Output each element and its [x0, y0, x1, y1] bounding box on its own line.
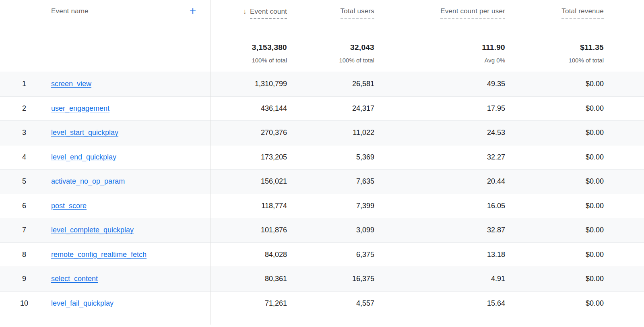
row-index: 1: [0, 80, 48, 88]
total-value: $11.35: [505, 43, 604, 52]
total-revenue-cell: $0.00: [505, 202, 604, 210]
column-header-label: Event count: [250, 8, 287, 19]
event-count-cell: 1,310,799: [211, 80, 287, 88]
total-users-cell: 32,043 100% of total: [287, 43, 374, 64]
events-report-table: Event name + ↓Event count Total users Ev…: [0, 0, 644, 327]
total-revenue-cell: $0.00: [505, 250, 604, 259]
total-users-cell: 16,375: [287, 275, 374, 283]
row-index: 5: [0, 177, 48, 186]
total-revenue-cell: $11.35 100% of total: [505, 43, 604, 64]
total-users-cell: 5,369: [287, 153, 374, 161]
total-users-cell: 6,375: [287, 250, 374, 259]
column-header-event-count[interactable]: ↓Event count: [211, 7, 287, 19]
column-divider: [211, 0, 211, 325]
total-revenue-cell: $0.00: [505, 299, 604, 308]
total-subtext: 100% of total: [287, 57, 374, 64]
table-row: 7 level_complete_quickplay 101,876 3,099…: [0, 218, 644, 243]
event-name-link[interactable]: screen_view: [51, 80, 91, 88]
row-index: 3: [0, 128, 48, 137]
event-count-cell: 71,261: [211, 299, 287, 308]
total-users-cell: 24,317: [287, 104, 374, 113]
dimension-header-label[interactable]: Event name: [51, 7, 89, 15]
event-count-cell: 118,774: [211, 202, 287, 210]
table-header-section: Event name + ↓Event count Total users Ev…: [0, 0, 644, 72]
event-count-cell: 436,144: [211, 104, 287, 113]
table-row: 5 activate_no_op_param 156,021 7,635 20.…: [0, 170, 644, 194]
dimension-header-cell: Event name +: [48, 7, 211, 19]
event-count-cell: 84,028: [211, 250, 287, 259]
event-name-link[interactable]: user_engagement: [51, 104, 109, 112]
column-header-row: Event name + ↓Event count Total users Ev…: [0, 0, 644, 19]
event-count-per-user-cell: 4.91: [374, 275, 505, 283]
row-index: 10: [0, 299, 48, 308]
event-count-per-user-cell: 13.18: [374, 250, 505, 259]
total-revenue-cell: $0.00: [505, 153, 604, 161]
totals-row: 3,153,380 100% of total 32,043 100% of t…: [0, 43, 644, 64]
table-row: 3 level_start_quickplay 270,376 11,022 2…: [0, 121, 644, 145]
total-users-cell: 7,399: [287, 202, 374, 210]
total-revenue-cell: $0.00: [505, 275, 604, 283]
add-dimension-icon[interactable]: +: [190, 7, 196, 14]
column-header-total-revenue[interactable]: Total revenue: [505, 7, 604, 19]
total-event-count-cell: 3,153,380 100% of total: [211, 43, 287, 64]
event-name-link[interactable]: level_fail_quickplay: [51, 299, 114, 307]
event-count-per-user-cell: 32.87: [374, 226, 505, 234]
event-name-link[interactable]: remote_config_realtime_fetch: [51, 250, 147, 259]
total-users-cell: 11,022: [287, 128, 374, 137]
column-header-event-count-per-user[interactable]: Event count per user: [374, 7, 505, 19]
row-index: 2: [0, 104, 48, 113]
event-count-per-user-cell: 32.27: [374, 153, 505, 161]
column-header-total-users[interactable]: Total users: [287, 7, 374, 19]
total-revenue-cell: $0.00: [505, 226, 604, 234]
row-index: 8: [0, 250, 48, 259]
total-value: 3,153,380: [211, 43, 287, 52]
event-count-per-user-cell: 17.95: [374, 104, 505, 113]
event-count-cell: 270,376: [211, 128, 287, 137]
event-name-link[interactable]: activate_no_op_param: [51, 177, 125, 185]
total-subtext: 100% of total: [211, 57, 287, 64]
row-index: 7: [0, 226, 48, 234]
event-count-per-user-cell: 20.44: [374, 177, 505, 186]
table-row: 2 user_engagement 436,144 24,317 17.95 $…: [0, 97, 644, 121]
total-users-cell: 26,581: [287, 80, 374, 88]
table-body: 1 screen_view 1,310,799 26,581 49.35 $0.…: [0, 72, 644, 316]
column-header-label: Total users: [341, 7, 374, 19]
column-header-label: Event count per user: [440, 7, 505, 19]
total-revenue-cell: $0.00: [505, 128, 604, 137]
event-count-per-user-cell: 24.53: [374, 128, 505, 137]
table-row: 9 select_content 80,361 16,375 4.91 $0.0…: [0, 267, 644, 292]
event-count-per-user-cell: 16.05: [374, 202, 505, 210]
event-name-link[interactable]: select_content: [51, 275, 98, 283]
table-row: 1 screen_view 1,310,799 26,581 49.35 $0.…: [0, 72, 644, 97]
total-subtext: Avg 0%: [374, 57, 505, 64]
total-revenue-cell: $0.00: [505, 104, 604, 113]
table-row: 4 level_end_quickplay 173,205 5,369 32.2…: [0, 145, 644, 170]
row-index: 9: [0, 275, 48, 283]
total-value: 32,043: [287, 43, 374, 52]
sort-descending-icon: ↓: [243, 7, 247, 15]
table-row: 6 post_score 118,774 7,399 16.05 $0.00: [0, 194, 644, 219]
event-name-link[interactable]: post_score: [51, 202, 87, 210]
total-value: 111.90: [374, 43, 505, 52]
column-header-label: Total revenue: [561, 7, 604, 19]
total-subtext: 100% of total: [505, 57, 604, 64]
total-revenue-cell: $0.00: [505, 177, 604, 186]
row-index: 4: [0, 153, 48, 161]
event-name-link[interactable]: level_start_quickplay: [51, 128, 118, 137]
total-users-cell: 3,099: [287, 226, 374, 234]
total-users-cell: 4,557: [287, 299, 374, 308]
event-count-per-user-cell: 15.64: [374, 299, 505, 308]
event-count-cell: 80,361: [211, 275, 287, 283]
event-count-cell: 173,205: [211, 153, 287, 161]
table-row: 8 remote_config_realtime_fetch 84,028 6,…: [0, 243, 644, 267]
table-row: 10 level_fail_quickplay 71,261 4,557 15.…: [0, 292, 644, 316]
event-count-cell: 156,021: [211, 177, 287, 186]
event-count-cell: 101,876: [211, 226, 287, 234]
total-event-count-per-user-cell: 111.90 Avg 0%: [374, 43, 505, 64]
total-users-cell: 7,635: [287, 177, 374, 186]
row-index: 6: [0, 202, 48, 210]
event-name-link[interactable]: level_end_quickplay: [51, 153, 116, 161]
total-revenue-cell: $0.00: [505, 80, 604, 88]
event-count-per-user-cell: 49.35: [374, 80, 505, 88]
event-name-link[interactable]: level_complete_quickplay: [51, 226, 134, 234]
